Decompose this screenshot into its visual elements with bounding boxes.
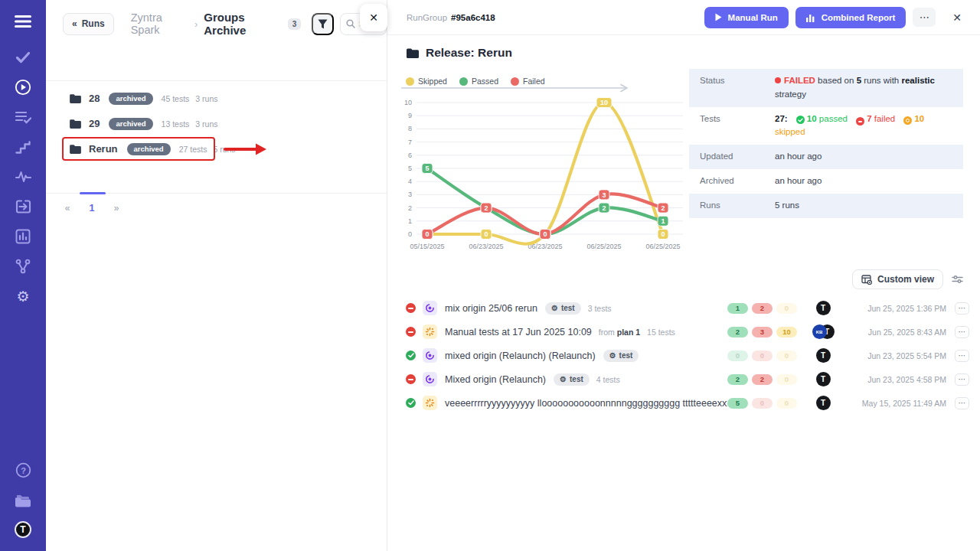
count-pill-skipped: 0 [776,303,797,314]
run-more-button[interactable]: ⋯ [955,397,969,409]
legend-item-failed[interactable]: Failed [511,77,545,86]
breadcrumb-parent[interactable]: Zyntra Spark [131,11,188,36]
count-pill-passed: 2 [727,327,748,337]
svg-text:1: 1 [661,217,665,225]
active-page-indicator [80,192,106,194]
filter-button[interactable] [312,13,333,35]
archived-badge: archived [109,93,152,105]
back-to-runs-button[interactable]: « Runs [63,13,114,35]
svg-text:0: 0 [543,230,547,238]
run-more-button[interactable]: ⋯ [955,302,969,315]
run-date: May 15, 2025 11:49 AM [845,399,946,408]
run-row-main: veeeerrrrryyyyyyyyyy llooooooooooonnnnng… [406,396,727,410]
svg-text:06/23/2025: 06/23/2025 [469,243,503,250]
settings-gear-icon[interactable]: ⚙ [8,287,38,305]
chevrons-left-icon: « [72,18,77,29]
run-name: mixed origin (Relaunch) (Relaunch) [445,350,596,361]
play-circle-icon[interactable] [8,78,38,96]
help-icon[interactable]: ? [8,461,38,479]
count-pill-failed: 3 [752,327,773,337]
svg-text:10: 10 [600,99,608,106]
export-icon[interactable] [8,197,38,216]
test-tag-badge: ⚙test [545,302,581,315]
folders-icon[interactable] [8,491,38,510]
list-toolbar: Custom view [852,269,963,289]
menu-icon[interactable] [8,12,38,31]
pagination-page-1[interactable]: 1 [86,203,98,214]
list-check-icon[interactable] [8,108,38,126]
passed-check-icon [406,350,416,360]
avatar: T [816,348,831,363]
svg-text:1: 1 [408,217,412,225]
more-actions-button[interactable]: ⋯ [913,8,936,27]
rungroup-id: #95a6c418 [451,13,495,22]
group-row[interactable]: 29archived13 tests3 runs [46,111,387,136]
pagination-prev-button[interactable]: « [61,203,74,214]
run-more-button[interactable]: ⋯ [955,326,969,338]
legend-item-passed[interactable]: Passed [459,77,498,86]
status-label: Status [700,74,775,102]
run-list: mix origin 25/06 rerun⚙test3 tests120TJu… [406,296,969,415]
activity-icon[interactable] [8,168,38,186]
info-row-tests: Tests 27: 10 passed 7 failed 10 skipped [689,107,963,145]
series-line-passed [427,168,663,234]
run-more-button[interactable]: ⋯ [955,373,969,386]
run-from-plan: from plan 1 [599,328,640,337]
run-row[interactable]: mix origin 25/06 rerun⚙test3 tests120TJu… [406,296,969,320]
group-tests-count: 27 tests [179,145,207,154]
custom-view-button[interactable]: Custom view [852,269,943,289]
groups-panel-header: « Runs Zyntra Spark › Groups Archive 3 S… [46,0,387,47]
run-avatars: T [801,348,845,363]
group-row[interactable]: Rerunarchived27 tests5 runs [46,136,387,161]
run-row[interactable]: mixed origin (Relaunch) (Relaunch)⚙test0… [406,344,969,367]
panel-close-button[interactable]: ✕ [360,4,387,31]
back-to-runs-label: Runs [82,18,105,29]
group-row[interactable]: 28archived45 tests3 runs [46,86,387,111]
failed-minus-icon [406,374,416,384]
manual-sparkle-icon [423,396,437,410]
close-icon: ✕ [369,11,378,24]
combined-report-button[interactable]: Combined Report [795,7,906,28]
bar-chart-icon [806,13,815,22]
view-settings-icon[interactable] [952,275,963,284]
rungroup-detail-panel: RunGroup #95a6c418 Manual Run Combined R… [387,0,980,551]
report-chart-icon[interactable] [8,227,38,246]
tests-label: Tests [700,112,775,140]
branch-icon[interactable] [8,257,38,276]
run-more-button[interactable]: ⋯ [955,350,969,362]
run-row[interactable]: Manual tests at 17 Jun 2025 10:09from pl… [406,320,969,344]
svg-text:3: 3 [408,191,412,198]
run-tests-count: 4 tests [596,375,620,384]
svg-text:3: 3 [602,191,606,199]
run-counts: 500 [727,398,801,409]
group-name: Rerun [89,143,118,155]
detail-close-button[interactable]: ✕ [949,8,965,27]
check-icon[interactable] [8,48,38,67]
count-pill-skipped: 0 [776,398,797,409]
group-runs-count: 5 runs [213,145,235,154]
run-row[interactable]: Mixed origin (Relaunch)⚙test4 tests220TJ… [406,367,969,391]
run-tests-count: 15 tests [647,328,675,337]
run-date: Jun 23, 2025 4:58 PM [845,375,946,384]
svg-text:8: 8 [408,125,412,132]
run-name: mix origin 25/06 rerun [445,303,537,314]
stairs-icon[interactable] [8,138,38,156]
test-tag-badge: ⚙test [554,373,590,386]
run-tests-count: 3 tests [588,304,612,313]
svg-text:?: ? [21,465,26,474]
pagination-next-button[interactable]: » [110,203,122,214]
run-counts: 000 [727,350,801,361]
tests-value: 27: 10 passed 7 failed 10 skipped [775,112,963,140]
run-date: Jun 23, 2025 5:54 PM [845,351,946,360]
archived-label: Archived [700,174,775,188]
runs-value: 5 runs [775,199,963,213]
pagination: « 1 » [46,193,387,214]
user-avatar[interactable]: T [8,520,38,539]
legend-item-skipped[interactable]: Skipped [406,77,447,86]
run-row[interactable]: veeeerrrrryyyyyyyyyy llooooooooooonnnnng… [406,391,969,415]
failed-dot-icon [775,77,781,83]
svg-text:2: 2 [661,204,665,212]
manual-run-button[interactable]: Manual Run [704,7,789,28]
run-avatars: KBT [801,324,845,339]
run-row-main: Manual tests at 17 Jun 2025 10:09from pl… [406,324,727,339]
